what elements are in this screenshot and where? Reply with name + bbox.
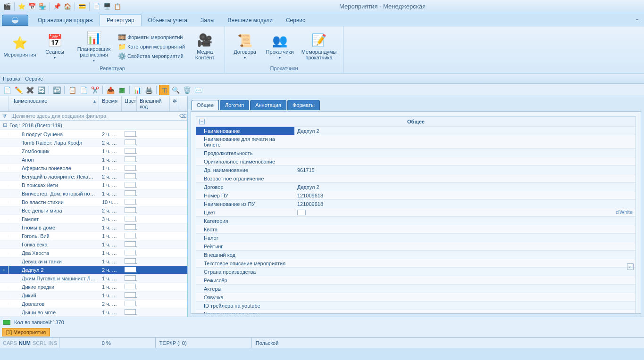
table-row[interactable]: Дикие предки1 ч. 4... — [0, 283, 187, 291]
prop-row[interactable]: Режиссёр — [196, 276, 636, 284]
prop-row[interactable]: Актёры — [196, 284, 636, 293]
tb-report-icon[interactable]: 📊 — [132, 85, 142, 95]
prop-row[interactable]: Категория — [196, 216, 636, 225]
tb-trash-icon[interactable]: 🗑️ — [182, 85, 192, 95]
prop-value[interactable]: clWhite — [294, 208, 636, 216]
table-row[interactable]: Анон1 ч. 5... — [0, 155, 187, 164]
prop-row[interactable]: Номер ПУ121009618 — [196, 191, 636, 199]
tb-edit-icon[interactable]: ✏️ — [13, 85, 24, 95]
tb-cut-icon[interactable]: ✂️ — [90, 85, 100, 95]
tb-refresh-icon[interactable]: 🔄 — [36, 85, 46, 95]
qat-doc-icon[interactable]: 📄 — [93, 3, 100, 10]
qat-list-icon[interactable]: 📋 — [114, 3, 121, 10]
table-row[interactable]: Девушки и танки1 ч. 0... — [0, 257, 187, 266]
prop-value[interactable]: 121009618 — [294, 200, 636, 208]
filter-row[interactable]: ⧩ Щелкните здесь для создания фильтра ⌫ — [0, 112, 187, 121]
tb-print-icon[interactable]: 🖨️ — [143, 85, 154, 95]
table-row[interactable]: Во власти стихии10 ч. ... — [0, 198, 187, 206]
tb-new-icon[interactable]: 📄 — [2, 85, 12, 95]
prop-row[interactable]: Рейтинг — [196, 242, 636, 250]
table-row[interactable]: Гамлет3 ч. 1... — [0, 215, 187, 223]
prop-value[interactable]: a — [294, 262, 636, 264]
table-row[interactable]: Бегущий в лабиринте: Лекарс...2 ч. 3... — [0, 172, 187, 181]
prop-section-header[interactable]: − Общее — [196, 117, 636, 126]
prop-value[interactable] — [294, 152, 636, 154]
table-row[interactable]: Винчестер. Дом, который пост...1 ч. 5... — [0, 189, 187, 198]
prop-value[interactable]: 121009618 — [294, 192, 636, 199]
table-row[interactable]: Аферисты поневоле1 ч. 4... — [0, 164, 187, 172]
table-row[interactable]: Zомбоящик1 ч. 1... — [0, 147, 187, 155]
prop-row[interactable]: Текстовое описание мероприятияa — [196, 259, 636, 267]
tab-objects[interactable]: Объекты учета — [142, 15, 194, 26]
prop-row[interactable]: Наименование для печати на билете — [196, 135, 636, 148]
tab-halls[interactable]: Залы — [194, 15, 221, 26]
events-button[interactable]: ⭐ Мероприятия — [3, 28, 37, 65]
collapse-icon[interactable]: ⊟ — [3, 122, 9, 128]
prop-row[interactable]: ЦветclWhite — [196, 208, 636, 216]
group-row[interactable]: ⊟Год : 2018 (Всего:119) — [0, 121, 187, 130]
tb-paste-icon[interactable]: 📄 — [78, 85, 89, 95]
table-row[interactable]: Два Хвоста1 ч. 2... — [0, 249, 187, 257]
menu-edit[interactable]: Правка — [3, 76, 20, 82]
col-color[interactable]: Цвет — [122, 96, 137, 111]
prop-row[interactable]: Возрастное ограничение — [196, 174, 636, 182]
categories-button[interactable]: 📁Категории мероприятий — [116, 42, 187, 51]
col-options[interactable]: ✲ — [170, 96, 178, 111]
prop-row[interactable]: Квота — [196, 225, 636, 233]
prop-value[interactable] — [294, 178, 636, 180]
table-row[interactable]: Гоголь. Вий1 ч. 5... — [0, 232, 187, 240]
media-button[interactable]: 🎥 Медиа Контент — [188, 28, 222, 65]
grid-body[interactable]: ⊟Год : 2018 (Всего:119)8 подруг Оушена2 … — [0, 121, 187, 317]
prop-row[interactable]: Продолжительность — [196, 148, 636, 157]
qat-shop-icon[interactable]: 🏪 — [39, 3, 46, 10]
prop-value[interactable]: 961715 — [294, 166, 636, 174]
table-row[interactable]: Дыши во мгле1 ч. 4... — [0, 308, 187, 317]
prop-value[interactable] — [294, 271, 636, 273]
table-row[interactable]: ▸Дедпул 22 ч. 1... — [0, 266, 187, 274]
col-indicator[interactable] — [0, 96, 8, 111]
tb-excel-icon[interactable]: ▦ — [117, 85, 127, 95]
formats-button[interactable]: 🎞️Форматы мероприятий — [116, 33, 187, 42]
prop-value[interactable] — [294, 288, 636, 290]
tb-delete-icon[interactable]: ✖️ — [25, 85, 35, 95]
tab-sales[interactable]: Организация продаж — [31, 15, 100, 26]
prop-value[interactable]: Дедпул 2 — [294, 127, 636, 135]
col-name[interactable]: Наименование▲ — [8, 96, 99, 111]
prop-row[interactable]: Налог — [196, 233, 636, 242]
prop-row[interactable]: Озвучка — [196, 293, 636, 301]
sessions-button[interactable]: 📅 Сеансы ▾ — [38, 28, 72, 65]
prop-value[interactable] — [294, 237, 636, 239]
table-row[interactable]: Гонка века1 ч. 5... — [0, 240, 187, 249]
prop-value[interactable] — [294, 245, 636, 247]
prop-value[interactable] — [294, 220, 636, 222]
ribbon-collapse-button[interactable]: ⌃ — [630, 16, 644, 26]
prop-row[interactable]: Внешний код — [196, 250, 636, 259]
prop-value[interactable] — [294, 141, 636, 143]
memos-button[interactable]: 📝 Меморандумы прокатчика — [298, 28, 340, 65]
prop-value[interactable] — [294, 305, 636, 307]
scheduler-button[interactable]: 📊 Планировщик расписания ▾ — [73, 28, 115, 65]
prop-row[interactable]: НаименованиеДедпул 2 — [196, 126, 636, 135]
memo-button[interactable]: a — [627, 263, 634, 270]
dtab-formats[interactable]: Форматы — [287, 100, 320, 110]
prop-row[interactable]: Наименование из ПУ121009618 — [196, 199, 636, 208]
app-menu-button[interactable] — [2, 15, 28, 26]
prop-value[interactable] — [294, 254, 636, 256]
table-row[interactable]: Tomb Raider: Лара Крофт2 ч. 0... — [0, 139, 187, 147]
prop-row[interactable]: Др. наименование961715 — [196, 165, 636, 174]
table-row[interactable]: Все деньги мира2 ч. 2... — [0, 206, 187, 215]
qat-calendar-icon[interactable]: 📅 — [28, 3, 36, 10]
table-row[interactable]: 8 подруг Оушена2 ч. 0... — [0, 130, 187, 139]
tb-filter-icon[interactable]: 🔍 — [170, 85, 181, 95]
prop-value[interactable]: Дедпул 2 — [294, 183, 636, 191]
table-row[interactable]: Гномы в доме1 ч. 3... — [0, 223, 187, 232]
properties-button[interactable]: ⚙️Свойства мероприятий — [116, 51, 187, 61]
table-row[interactable]: Дикий1 ч. 4... — [0, 291, 187, 300]
table-row[interactable]: Довлатов2 ч. 1... — [0, 300, 187, 308]
table-row[interactable]: В поисках йети1 ч. 4... — [0, 181, 187, 189]
col-ext[interactable]: Внешний код — [137, 96, 170, 111]
tb-copy-icon[interactable]: 📋 — [67, 85, 77, 95]
prop-value[interactable] — [294, 296, 636, 298]
prop-value[interactable] — [294, 279, 636, 281]
tab-modules[interactable]: Внешние модули — [221, 15, 279, 26]
